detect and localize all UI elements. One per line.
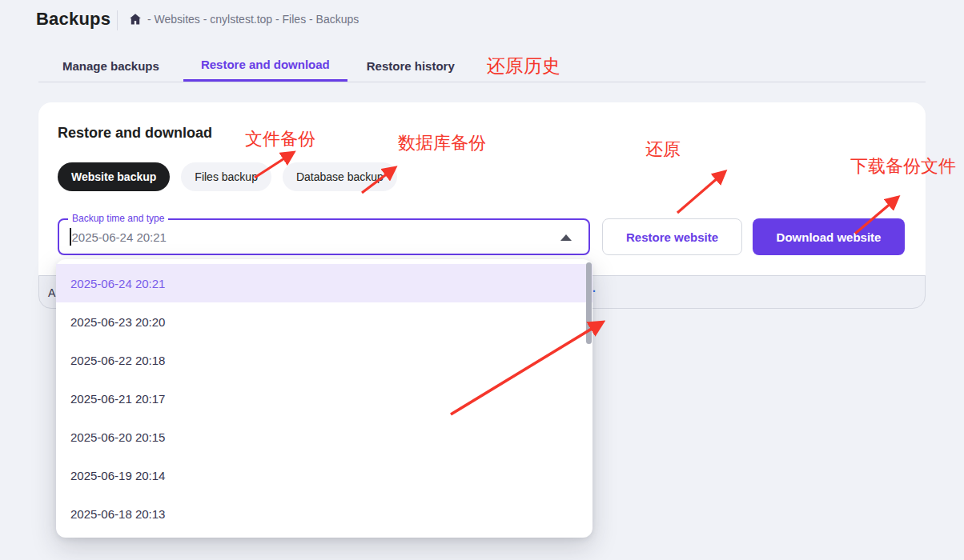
backup-time-select-value: 2025-06-24 20:21 (70, 220, 167, 254)
tab-restore-and-download[interactable]: Restore and download (183, 50, 347, 82)
footer-link-fragment: . (592, 282, 596, 294)
annotation-files-backup: 文件备份 (245, 127, 315, 151)
backup-time-dropdown: 2025-06-24 20:21 2025-06-23 20:20 2025-0… (56, 259, 592, 538)
dropdown-scrollbar-thumb[interactable] (586, 262, 592, 344)
header-divider (117, 10, 118, 30)
pill-files-backup[interactable]: Files backup (181, 162, 271, 191)
breadcrumb-text: - Websites - cnylstest.top - Files - Bac… (147, 13, 359, 26)
tab-bar: Manage backups Restore and download Rest… (38, 50, 926, 82)
backups-page: Backups - Websites - cnylstest.top - Fil… (0, 0, 964, 560)
card-title: Restore and download (58, 125, 212, 142)
text-cursor (70, 228, 71, 246)
annotation-restore: 还原 (645, 138, 681, 162)
backup-time-select[interactable]: Backup time and type 2025-06-24 20:21 (58, 218, 590, 255)
pill-database-backup[interactable]: Database backup (283, 162, 397, 191)
backup-type-switcher: Website backup Files backup Database bac… (58, 162, 397, 191)
annotation-database-backup: 数据库备份 (398, 131, 486, 155)
tab-restore-history[interactable]: Restore history (347, 50, 474, 82)
dropdown-option[interactable]: 2025-06-18 20:13 (56, 494, 592, 533)
breadcrumb[interactable]: - Websites - cnylstest.top - Files - Bac… (129, 13, 359, 26)
dropdown-option[interactable]: 2025-06-21 20:17 (56, 379, 592, 418)
pill-website-backup[interactable]: Website backup (58, 162, 170, 191)
dropdown-option[interactable]: 2025-06-19 20:14 (56, 456, 592, 494)
footer-text-fragment: A (48, 286, 55, 299)
page-title: Backups (36, 9, 110, 30)
restore-website-button[interactable]: Restore website (602, 218, 742, 255)
dropdown-option[interactable]: 2025-06-23 20:20 (56, 302, 592, 341)
home-icon[interactable] (129, 13, 142, 26)
dropdown-option[interactable]: 2025-06-20 20:15 (56, 418, 592, 456)
download-website-button[interactable]: Download website (753, 218, 905, 255)
tab-manage-backups[interactable]: Manage backups (38, 50, 183, 82)
dropdown-option[interactable]: 2025-06-24 20:21 (56, 264, 592, 302)
chevron-up-icon[interactable] (560, 234, 572, 241)
restore-download-card: Restore and download Website backup File… (38, 102, 926, 275)
annotation-download: 下载备份文件 (850, 154, 956, 178)
dropdown-option[interactable]: 2025-06-22 20:18 (56, 341, 592, 379)
annotation-restore-history: 还原历史 (487, 50, 560, 82)
